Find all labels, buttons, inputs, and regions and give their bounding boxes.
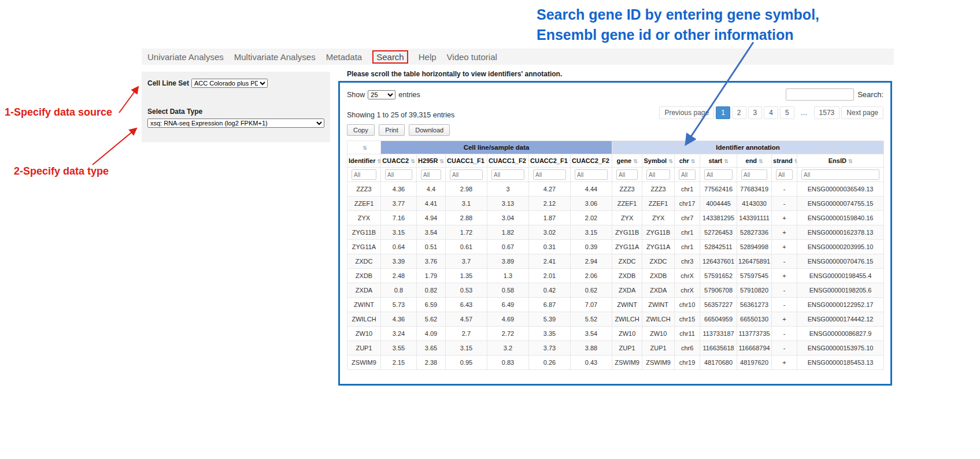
column-header-identifier[interactable]: Identifier⇅ — [347, 154, 381, 168]
filter-input-cuacc2_f1[interactable] — [533, 169, 566, 180]
nav-search[interactable]: Search — [372, 50, 408, 64]
filter-input-h295r[interactable] — [421, 169, 441, 180]
filter-cell — [571, 168, 612, 182]
column-header-start[interactable]: start⇅ — [700, 154, 737, 168]
column-header-cuacc2_f1[interactable]: CUACC2_F1⇅ — [529, 154, 571, 168]
search-input[interactable] — [786, 88, 854, 101]
data-type-select[interactable]: xsq: RNA-seq Expression (log2 FPKM+1) — [147, 119, 324, 128]
sort-icon: ⇅ — [377, 158, 380, 164]
table-cell: + — [772, 211, 797, 225]
sort-icon: ⇅ — [668, 158, 673, 164]
table-cell: 126475891 — [737, 254, 772, 269]
table-cell: 3.7 — [446, 254, 487, 269]
sort-icon: ⇅ — [724, 158, 728, 164]
column-header-label: EnsID — [829, 157, 846, 164]
table-cell: 2.01 — [529, 269, 571, 283]
search-annotation: Search gene ID by entering gene symbol, … — [537, 5, 819, 45]
nav-video-tutorial[interactable]: Video tutorial — [447, 52, 497, 62]
show-entries-select[interactable]: 25 — [368, 90, 395, 99]
sort-icon: ⇅ — [633, 158, 638, 164]
table-cell: 3.88 — [571, 341, 612, 356]
table-cell: 5.62 — [417, 312, 446, 327]
filter-input-cuacc2_f2[interactable] — [575, 169, 608, 180]
table-cell: 1.79 — [417, 269, 446, 283]
next-page-button[interactable]: Next page — [841, 106, 883, 119]
previous-page-button[interactable]: Previous page — [659, 106, 714, 119]
column-header-symbol[interactable]: Symbol⇅ — [642, 154, 675, 168]
filter-input-chr[interactable] — [679, 169, 696, 180]
table-row: ZUP13.553.653.153.23.733.88ZUP1ZUP1chr61… — [347, 341, 884, 356]
filter-cell — [347, 168, 381, 182]
table-row: ZXDB2.481.791.351.32.012.06ZXDBZXDBchrX5… — [347, 269, 884, 283]
filter-input-gene[interactable] — [616, 169, 638, 180]
page-button-4[interactable]: 4 — [764, 106, 778, 119]
table-cell: 4.27 — [529, 182, 571, 197]
table-cell: 3.2 — [487, 341, 529, 356]
table-cell: 2.48 — [381, 269, 417, 283]
filter-input-identifier[interactable] — [352, 169, 376, 180]
table-cell: 0.58 — [487, 283, 529, 298]
filter-cell — [381, 168, 417, 182]
filter-input-cuacc1_f1[interactable] — [450, 169, 483, 180]
table-cell: 7.16 — [381, 211, 417, 225]
column-header-end[interactable]: end⇅ — [737, 154, 772, 168]
filter-input-cuacc1_f2[interactable] — [491, 169, 524, 180]
table-cell: chr1 — [675, 182, 700, 197]
navbar: Univariate Analyses Multivariate Analyse… — [142, 49, 894, 65]
column-header-cuacc1_f2[interactable]: CUACC1_F2⇅ — [487, 154, 529, 168]
table-cell: 1.72 — [446, 225, 487, 240]
copy-button[interactable]: Copy — [347, 124, 375, 136]
page-button-3[interactable]: 3 — [748, 106, 763, 119]
filter-input-end[interactable] — [741, 169, 767, 180]
column-header-ensid[interactable]: EnsID⇅ — [797, 154, 884, 168]
column-header-gene[interactable]: gene⇅ — [612, 154, 642, 168]
filter-input-cuacc2[interactable] — [385, 169, 412, 180]
download-button[interactable]: Download — [409, 124, 450, 136]
filter-input-start[interactable] — [704, 169, 733, 180]
page-button-1[interactable]: 1 — [716, 106, 730, 119]
search-annotation-line1: Search gene ID by entering gene symbol, — [537, 5, 819, 25]
table-cell: 6.43 — [446, 298, 487, 312]
column-header-cuacc2[interactable]: CUACC2⇅ — [381, 154, 417, 168]
search-area: Search: — [786, 88, 883, 101]
filter-input-ensid[interactable] — [801, 169, 879, 180]
table-cell: 1.82 — [487, 225, 529, 240]
sort-icon: ⇅ — [759, 158, 763, 164]
group-empty-cell[interactable]: ⇅ — [347, 141, 381, 154]
filter-input-symbol[interactable] — [646, 169, 670, 180]
table-cell: 3.15 — [381, 225, 417, 240]
print-button[interactable]: Print — [379, 124, 405, 136]
page-button-1573[interactable]: 1573 — [814, 106, 840, 119]
table-cell: 57910820 — [737, 283, 772, 298]
column-header-cuacc2_f2[interactable]: CUACC2_F2⇅ — [571, 154, 612, 168]
cell-line-set-select[interactable]: ACC Colorado plus PDX — [191, 79, 268, 88]
nav-univariate-analyses[interactable]: Univariate Analyses — [147, 52, 224, 62]
filter-input-strand[interactable] — [776, 169, 793, 180]
sort-icon: ⇅ — [848, 158, 853, 164]
table-cell: 3.02 — [529, 225, 571, 240]
nav-multivariate-analyses[interactable]: Multivariate Analyses — [234, 52, 316, 62]
table-cell: 52842511 — [700, 240, 737, 254]
column-header-h295r[interactable]: H295R⇅ — [417, 154, 446, 168]
data-table: ⇅ Cell line/sample data Identifier annot… — [347, 140, 884, 370]
table-cell: 0.83 — [487, 356, 529, 370]
table-cell: + — [772, 356, 797, 370]
nav-help[interactable]: Help — [419, 52, 437, 62]
table-cell: ENSG00000162378.13 — [797, 225, 884, 240]
page-button-5[interactable]: 5 — [780, 106, 794, 119]
table-cell: 3.76 — [417, 254, 446, 269]
table-cell: 0.51 — [417, 240, 446, 254]
filter-row — [347, 168, 884, 182]
column-header-strand[interactable]: strand⇅ — [772, 154, 797, 168]
table-cell: 3.54 — [417, 225, 446, 240]
table-cell: ZXDC — [642, 254, 675, 269]
table-cell: ZXDC — [612, 254, 642, 269]
table-cell: chr15 — [675, 312, 700, 327]
nav-metadata[interactable]: Metadata — [326, 52, 363, 62]
table-cell: ZXDB — [347, 269, 381, 283]
column-header-chr[interactable]: chr⇅ — [675, 154, 700, 168]
table-cell: ENSG00000122952.17 — [797, 298, 884, 312]
column-header-cuacc1_f1[interactable]: CUACC1_F1⇅ — [446, 154, 487, 168]
page-button-2[interactable]: 2 — [732, 106, 746, 119]
table-cell: 5.73 — [381, 298, 417, 312]
